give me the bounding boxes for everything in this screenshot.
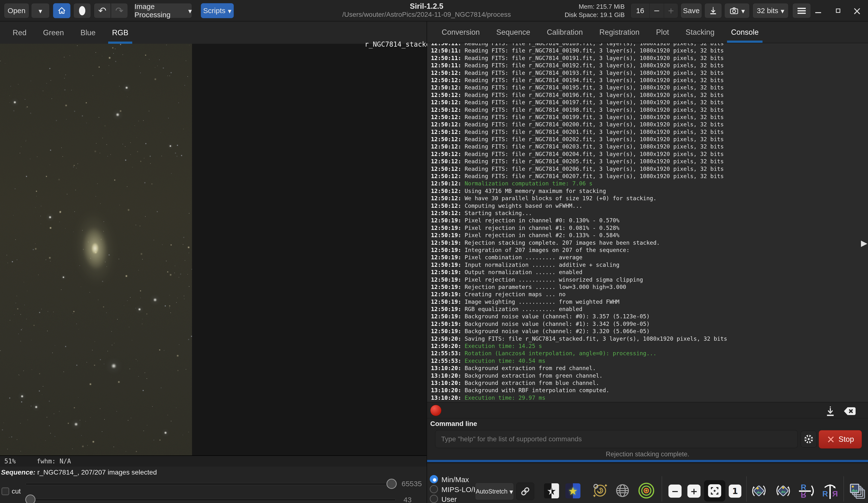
tab-calibration[interactable]: Calibration — [538, 22, 591, 43]
tab-blue[interactable]: Blue — [72, 22, 104, 44]
svg-text:R: R — [801, 483, 806, 492]
tab-plot[interactable]: Plot — [648, 22, 677, 43]
window-title: Siril-1.2.5 /Users/wouter/AstroPics/2024… — [311, 2, 542, 19]
tab-green[interactable]: Green — [35, 22, 72, 44]
tab-stacking[interactable]: Stacking — [677, 22, 723, 43]
memory-usage: Mem: 215.7 MiB — [525, 2, 625, 11]
console-log-line: 12:50:12: Reading FITS: file r_NGC7814_0… — [431, 114, 868, 121]
console-log-line: 12:50:19: Rejection parameters ...... lo… — [431, 284, 868, 291]
console-action-row — [427, 402, 868, 418]
console-log-line: 12:50:11: Reading FITS: file r_NGC7814_0… — [431, 55, 868, 62]
photometry-target-icon — [638, 482, 655, 499]
zoom-in-button[interactable]: + — [688, 484, 701, 497]
console-log-line: 12:50:12: Starting stacking... — [431, 210, 868, 217]
progress-bar — [427, 460, 868, 462]
channel-link-button[interactable] — [516, 483, 534, 500]
hamburger-menu-button[interactable] — [793, 3, 811, 18]
svg-text:R: R — [832, 489, 838, 498]
tab-red[interactable]: Red — [4, 22, 35, 44]
zoom-in-icon: + — [690, 486, 698, 496]
bit-depth-dropdown[interactable]: 32 bits▼ — [753, 3, 788, 18]
star-detection-button[interactable]: ★ — [565, 483, 580, 499]
save-button[interactable]: Save — [681, 3, 702, 18]
snapshot-button[interactable]: ▼ — [724, 3, 750, 18]
spin-button[interactable]: 16 − + — [631, 3, 678, 18]
command-line-label: Command line — [430, 420, 477, 428]
console-log-line: 12:50:12: Reading FITS: file r_NGC7814_0… — [431, 129, 868, 136]
home-icon — [57, 6, 66, 15]
rotate-cw-button[interactable] — [774, 482, 792, 500]
stretch-mode-dropdown[interactable]: AutoStretch▼ — [475, 483, 514, 500]
tab-sequence[interactable]: Sequence — [488, 22, 539, 43]
spin-decrement-button[interactable]: − — [650, 3, 664, 18]
radio-mips-lo-hi[interactable] — [430, 485, 438, 493]
sequence-frames-button[interactable] — [848, 482, 866, 500]
maximize-button[interactable] — [833, 0, 844, 21]
chevron-down-icon: ▼ — [509, 488, 513, 494]
command-wheel-button[interactable] — [801, 431, 817, 448]
command-input[interactable] — [435, 430, 798, 448]
zoom-out-icon: − — [671, 486, 679, 496]
stop-button[interactable]: × Stop — [819, 430, 862, 449]
clear-console-button[interactable] — [843, 405, 857, 417]
console-log-line: 12:50:11: Reading FITS: file r_NGC7814_0… — [431, 43, 868, 48]
grayscale-display-button[interactable] — [73, 3, 91, 18]
record-indicator-icon[interactable] — [430, 405, 442, 416]
console-log-line: 13:10:20: Execution time: 29.97 ms — [431, 395, 868, 402]
resource-stats: Mem: 215.7 MiB Disk Space: 19.1 GiB — [525, 2, 625, 19]
open-recent-arrow-button[interactable]: ▼ — [31, 3, 50, 18]
flip-horizontal-button[interactable]: R R — [821, 482, 839, 500]
console-log-line: 12:50:12: We have 30 parallel blocks of … — [431, 195, 868, 202]
undo-icon: ↶ — [98, 5, 106, 16]
minimize-button[interactable] — [813, 0, 824, 21]
console-log-line: 12:50:12: Reading FITS: file r_NGC7814_0… — [431, 84, 868, 92]
sequence-info: Sequence: r_NGC7814_, 207/207 images sel… — [1, 469, 157, 476]
image-viewport[interactable] — [0, 44, 426, 455]
close-button[interactable]: × — [852, 0, 862, 21]
home-button[interactable] — [53, 3, 71, 18]
close-icon: × — [853, 4, 862, 17]
console-log-line: 13:10:20: Background extraction from blu… — [431, 380, 868, 387]
rotate-ccw-button[interactable] — [750, 482, 768, 500]
image-processing-menu-button[interactable]: Image Processing▼ — [134, 3, 192, 18]
console-log-line: 12:50:12: Reading FITS: file r_NGC7814_0… — [431, 121, 868, 128]
negative-view-button[interactable]: ★ — [544, 483, 559, 499]
high-slider-handle[interactable] — [386, 479, 397, 489]
console-log-line: 12:50:19: Input normalization ....... ad… — [431, 262, 868, 269]
export-log-button[interactable] — [824, 405, 837, 417]
console-log-line: 12:50:12: Reading FITS: file r_NGC7814_0… — [431, 173, 868, 180]
low-slider-handle[interactable] — [25, 494, 35, 503]
open-button[interactable]: Open — [4, 3, 29, 18]
cut-checkbox[interactable] — [1, 488, 9, 495]
low-threshold-slider[interactable] — [25, 499, 396, 501]
tab-conversion[interactable]: Conversion — [433, 22, 488, 43]
spin-increment-button[interactable]: + — [664, 3, 678, 18]
tab-rgb[interactable]: RGB — [104, 22, 137, 44]
flip-vertical-button[interactable]: R R — [798, 482, 816, 500]
spin-value[interactable]: 16 — [631, 3, 650, 18]
zoom-out-button[interactable]: − — [669, 484, 682, 497]
radio-user[interactable] — [430, 495, 438, 503]
console-log-line: 12:50:12: Reading FITS: file r_NGC7814_0… — [431, 70, 868, 77]
tab-console[interactable]: Console — [723, 22, 767, 43]
redo-button[interactable]: ↷ — [111, 3, 128, 18]
tab-registration[interactable]: Registration — [591, 22, 648, 43]
zoom-one-to-one-button[interactable]: 1 — [729, 484, 741, 497]
high-threshold-slider[interactable] — [25, 483, 396, 485]
astrometry-button[interactable] — [592, 483, 608, 499]
scripts-menu-button[interactable]: Scripts▼ — [201, 3, 234, 18]
console-log-line: 12:50:12: Using 43716 MB memory maximum … — [431, 188, 868, 195]
console-log-line: 12:50:20: Execution time: 14.25 s — [431, 343, 868, 350]
radio-minmax[interactable] — [430, 475, 438, 483]
photometry-button[interactable] — [638, 482, 655, 499]
chevron-down-icon: ▼ — [228, 8, 232, 14]
radio-minmax-label: Min/Max — [442, 475, 469, 484]
fit-to-view-button[interactable] — [704, 480, 725, 502]
galaxy-spiral-icon — [592, 483, 608, 499]
save-as-button[interactable] — [704, 3, 722, 18]
undo-button[interactable]: ↶ — [94, 3, 111, 18]
annotations-button[interactable] — [615, 483, 630, 498]
image-name-label: r_NGC7814_stacked — [365, 40, 425, 48]
panel-expander-icon[interactable]: ▶ — [861, 238, 867, 248]
console-log-line: 12:50:19: Output normalization ...... en… — [431, 269, 868, 276]
